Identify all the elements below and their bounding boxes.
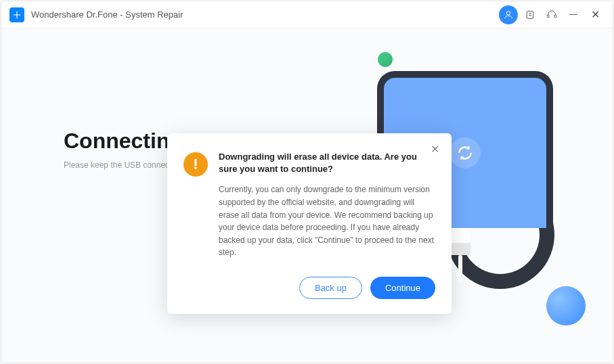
modal-description: Currently, you can only downgrade to the… xyxy=(219,183,435,259)
svg-rect-1 xyxy=(527,11,533,18)
svg-point-0 xyxy=(506,11,510,14)
feedback-button[interactable] xyxy=(521,5,540,24)
content-area: Connecting... Please keep the USB connec… xyxy=(1,28,613,363)
minimize-button[interactable] xyxy=(564,5,583,24)
continue-button[interactable]: Continue xyxy=(370,277,435,299)
app-window: Wondershare Dr.Fone - System Repair ✕ xyxy=(1,1,613,363)
support-button[interactable] xyxy=(542,5,561,24)
confirm-modal: ✕ ! Downgrading will erase all device da… xyxy=(167,133,452,314)
window-title: Wondershare Dr.Fone - System Repair xyxy=(31,9,183,20)
app-logo-icon xyxy=(9,7,24,22)
warning-icon: ! xyxy=(183,152,208,177)
minimize-icon xyxy=(569,14,577,16)
titlebar: Wondershare Dr.Fone - System Repair ✕ xyxy=(1,1,613,28)
decoration-green-dot xyxy=(378,52,393,67)
close-window-button[interactable]: ✕ xyxy=(586,5,605,24)
modal-close-button[interactable]: ✕ xyxy=(429,143,441,155)
decoration-blue-ball xyxy=(546,286,586,325)
close-icon: ✕ xyxy=(431,143,439,156)
sync-icon xyxy=(449,137,481,168)
backup-button[interactable]: Back up xyxy=(299,277,362,299)
connecting-subtext: Please keep the USB connection xyxy=(64,160,182,170)
close-icon: ✕ xyxy=(591,9,600,20)
account-button[interactable] xyxy=(499,5,518,24)
modal-title: Downgrading will erase all device data. … xyxy=(219,151,435,175)
